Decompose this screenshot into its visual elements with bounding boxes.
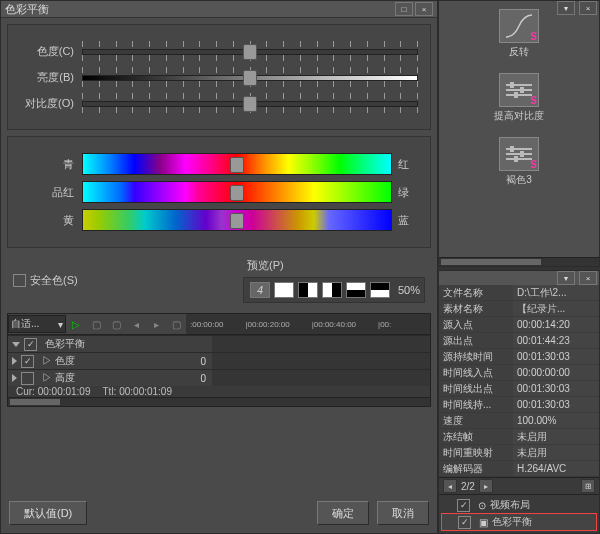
effect-thumb: S [499,137,539,171]
default-button[interactable]: 默认值(D) [9,501,87,525]
effect-badge-icon: S [530,159,537,170]
expand-icon[interactable] [12,342,20,347]
timeline-hscroll[interactable] [8,397,430,406]
timeline-mode-select[interactable]: 自适...▾ [8,315,66,333]
property-row: 时间线出点 00:01:30:03 [439,381,599,397]
row-checkbox[interactable] [21,372,34,385]
effect-label: 褐色3 [506,173,532,187]
props-close-button[interactable]: × [579,271,597,285]
color-left-label: 品红 [20,185,82,200]
dialog-title: 色彩平衡 [5,2,393,17]
property-row: 编解码器 H.264/AVC [439,461,599,477]
fx-hscroll[interactable] [439,257,599,266]
expand-icon[interactable] [12,357,17,365]
property-key: 速度 [439,413,513,428]
timeline-ruler[interactable]: :00:00:00|00:00:20:00|00:00:40:00|00: [186,314,430,334]
timeline-status: Cur: 00:00:01:09 Ttl: 00:00:01:09 [8,386,430,397]
slider-1[interactable] [82,67,418,87]
effect-thumb: S [499,73,539,107]
effects-panel: ▾ × S 反转 S 提高对比度 S 褐色3 [438,0,600,267]
ok-button[interactable]: 确定 [317,501,369,525]
property-key: 冻结帧 [439,429,513,444]
tl-btn-1[interactable]: ▢ [88,316,104,332]
layer-row[interactable]: ✓ ▣ 色彩平衡 [441,513,597,531]
row-value: 0 [200,373,206,384]
color-left-label: 青 [20,157,82,172]
tl-btn-4[interactable]: ▸ [148,316,164,332]
color-left-label: 黄 [20,213,82,228]
color-slider-0[interactable] [82,153,392,175]
effect-item[interactable]: S 反转 [447,9,591,59]
property-key: 源入点 [439,317,513,332]
timeline-row[interactable]: ✓ 色彩平衡 [8,335,430,352]
tl-btn-3[interactable]: ◂ [128,316,144,332]
timeline-row[interactable]: ✓ ▷ 色度 0 [8,352,430,369]
effect-badge-icon: S [530,95,537,106]
property-value: 【纪录片... [513,301,599,316]
color-right-label: 绿 [392,185,418,200]
timeline-row[interactable]: ▷ 高度 0 [8,369,430,386]
page-prev[interactable]: ◂ [443,479,457,493]
preview-mode-5[interactable] [346,282,366,298]
property-key: 源持续时间 [439,349,513,364]
row-label: ▷ 高度 [42,371,75,385]
layer-row[interactable]: ✓ ⊙ 视频布局 [441,497,597,513]
row-label: 色彩平衡 [45,337,85,351]
layer-label: 视频布局 [490,498,530,512]
titlebar: 色彩平衡 □ × [1,1,437,18]
ttl-time: Ttl: 00:00:01:09 [103,386,173,397]
page-next[interactable]: ▸ [479,479,493,493]
property-value: D:\工作\2... [513,285,599,300]
color-slider-2[interactable] [82,209,392,231]
property-value: 未启用 [513,445,599,460]
effect-item[interactable]: S 提高对比度 [447,73,591,123]
slider-0[interactable] [82,41,418,61]
preview-row: 安全色(S) 预览(P) 4 50% [1,254,437,307]
property-value: 00:01:30:03 [513,349,599,364]
close-button[interactable]: × [415,2,433,16]
preview-mode-1[interactable]: 4 [250,282,270,298]
layer-icon: ▣ [479,517,488,528]
timeline: 自适...▾ ▷ ▢ ▢ ◂ ▸ ▢ :00:00:00|00:00:20:00… [7,313,431,407]
property-row: 时间线持... 00:01:30:03 [439,397,599,413]
help-button[interactable]: □ [395,2,413,16]
preview-mode-3[interactable] [298,282,318,298]
color-slider-1[interactable] [82,181,392,203]
row-label: ▷ 色度 [42,354,75,368]
property-value: 00:00:14:20 [513,317,599,332]
cur-time: Cur: 00:00:01:09 [16,386,91,397]
row-checkbox[interactable]: ✓ [24,338,37,351]
layer-checkbox[interactable]: ✓ [457,499,470,512]
property-row: 源出点 00:01:44:23 [439,333,599,349]
preview-mode-2[interactable] [274,282,294,298]
property-row: 时间重映射 未启用 [439,445,599,461]
property-value: 未启用 [513,429,599,444]
props-min-button[interactable]: ▾ [557,271,575,285]
tl-btn-2[interactable]: ▢ [108,316,124,332]
layer-icon: ⊙ [478,500,486,511]
preview-mode-4[interactable] [322,282,342,298]
preview-percent: 50% [398,284,420,296]
play-button[interactable]: ▷ [68,316,84,332]
fx-min-button[interactable]: ▾ [557,1,575,15]
preview-label: 预览(P) [243,258,284,273]
slider-2[interactable] [82,93,418,113]
property-row: 文件名称 D:\工作\2... [439,285,599,301]
pager-extra[interactable]: ⊞ [581,479,595,493]
effect-item[interactable]: S 褐色3 [447,137,591,187]
preview-mode-6[interactable] [370,282,390,298]
slider-label: 色度(C) [20,44,82,59]
property-row: 源持续时间 00:01:30:03 [439,349,599,365]
row-checkbox[interactable]: ✓ [21,355,34,368]
tl-btn-5[interactable]: ▢ [168,316,184,332]
expand-icon[interactable] [12,374,17,382]
fx-close-button[interactable]: × [579,1,597,15]
safe-color-checkbox[interactable] [13,274,26,287]
property-value: 00:01:30:03 [513,397,599,412]
property-value: H.264/AVC [513,461,599,476]
property-value: 00:01:44:23 [513,333,599,348]
layer-checkbox[interactable]: ✓ [458,516,471,529]
property-row: 冻结帧 未启用 [439,429,599,445]
cancel-button[interactable]: 取消 [377,501,429,525]
property-row: 时间线入点 00:00:00:00 [439,365,599,381]
